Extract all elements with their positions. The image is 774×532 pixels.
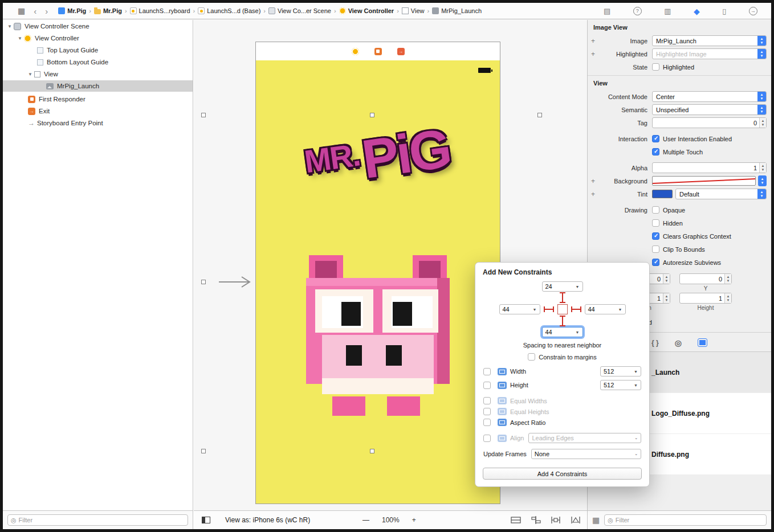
outline-item-storyboard-entry-point[interactable]: → Storyboard Entry Point xyxy=(3,117,193,129)
highlighted-combo-box[interactable]: Highlighted Image ▲▼ xyxy=(652,48,767,59)
outline-item-view[interactable]: ▼ View xyxy=(3,68,193,80)
breadcrumb-item-project[interactable]: Mr.Pig xyxy=(58,7,86,14)
dropdown-arrows-icon[interactable]: ▲▼ xyxy=(757,36,766,46)
semantic-popup[interactable]: Unspecified ▲▼ xyxy=(652,104,767,115)
resize-handle[interactable] xyxy=(370,449,374,453)
outline-item-first-responder[interactable]: First Responder xyxy=(3,93,193,105)
clears-graphics-context-checkbox[interactable] xyxy=(652,232,659,240)
resize-handle[interactable] xyxy=(201,113,206,117)
outline-filter-input[interactable] xyxy=(19,517,185,523)
stepper-arrows-icon[interactable]: ▲▼ xyxy=(724,293,731,303)
add-attribute-icon[interactable]: + xyxy=(591,191,597,198)
top-constraint-beam-icon[interactable] xyxy=(562,292,563,303)
outline-item-exit[interactable]: → Exit xyxy=(3,105,193,117)
trailing-constraint-beam-icon[interactable] xyxy=(571,309,581,310)
add-constraints-button[interactable]: Add 4 Constraints xyxy=(483,468,642,480)
stepper-arrows-icon[interactable]: ▲▼ xyxy=(759,163,766,173)
dropdown-arrows-icon[interactable]: ▲▼ xyxy=(758,175,767,186)
zoom-out-button[interactable]: — xyxy=(362,516,369,524)
disclosure-triangle-icon[interactable]: ▼ xyxy=(28,72,34,77)
top-spacing-combo[interactable]: 24 ▼ xyxy=(542,281,583,292)
breadcrumb-item-storyboard-base[interactable]: LaunchS...d (Base) xyxy=(198,7,260,14)
back-button[interactable]: ‹ xyxy=(34,7,36,15)
media-library-tab-icon[interactable] xyxy=(698,338,707,347)
breadcrumb-item-scene[interactable]: View Co...er Scene xyxy=(268,7,331,14)
tint-color-swatch[interactable] xyxy=(652,190,673,198)
image-combo-box[interactable]: MrPig_Launch ▲▼ xyxy=(652,35,767,46)
width-value-combo[interactable]: 512 ▼ xyxy=(600,366,641,377)
leading-constraint-beam-icon[interactable] xyxy=(544,309,554,310)
pin-constraints-button[interactable] xyxy=(550,515,561,525)
editor-panel-icon[interactable] xyxy=(202,517,210,523)
library-filter-field[interactable]: ◎ xyxy=(604,514,767,526)
code-snippet-library-tab-icon[interactable]: { } xyxy=(651,339,659,346)
file-inspector-tab-icon[interactable]: ▤ xyxy=(604,7,610,15)
exit-icon[interactable]: → xyxy=(397,48,405,55)
related-items-icon[interactable]: ▦ xyxy=(18,7,25,15)
breadcrumb-item-group[interactable]: Mr.Pig xyxy=(94,7,122,14)
trailing-spacing-combo[interactable]: 44 ▼ xyxy=(585,304,626,314)
opaque-checkbox[interactable] xyxy=(652,206,659,214)
embed-in-stack-button[interactable] xyxy=(510,515,522,525)
add-attribute-icon[interactable]: + xyxy=(591,38,597,44)
breadcrumb-item-view[interactable]: View xyxy=(402,7,425,14)
library-filter-input[interactable] xyxy=(616,517,763,523)
background-color-well[interactable] xyxy=(652,176,756,186)
add-attribute-icon[interactable]: + xyxy=(591,178,597,185)
content-mode-popup[interactable]: Center ▲▼ xyxy=(652,91,767,102)
dropdown-arrows-icon[interactable]: ▲▼ xyxy=(757,49,766,59)
resize-handle[interactable] xyxy=(201,280,206,284)
aspect-ratio-checkbox[interactable] xyxy=(483,419,491,426)
tint-popup[interactable]: Default ▲▼ xyxy=(675,189,767,199)
height-constraint-checkbox[interactable] xyxy=(483,382,491,389)
multiple-touch-checkbox[interactable] xyxy=(652,148,659,155)
forward-button[interactable]: › xyxy=(45,7,48,15)
launch-image-view[interactable]: MR. PiG xyxy=(256,60,500,504)
zoom-in-button[interactable]: + xyxy=(412,516,416,524)
size-inspector-tab-icon[interactable]: ▯ xyxy=(722,7,726,15)
grid-view-icon[interactable]: ▦ xyxy=(592,516,600,524)
leading-spacing-combo[interactable]: 44 ▼ xyxy=(499,304,540,314)
update-frames-popup[interactable]: None ⌄ xyxy=(531,449,641,459)
resize-handle[interactable] xyxy=(201,449,206,453)
dropdown-arrows-icon[interactable]: ▲▼ xyxy=(757,92,766,101)
connections-inspector-tab-icon[interactable]: → xyxy=(749,7,757,15)
add-attribute-icon[interactable]: + xyxy=(591,51,597,58)
y-field[interactable]: 0 ▲▼ xyxy=(679,273,732,284)
alpha-field[interactable]: 1 ▲▼ xyxy=(652,162,767,173)
breadcrumb-item-image-view[interactable]: MrPig_Launch xyxy=(432,7,482,14)
object-library-tab-icon[interactable]: ◎ xyxy=(675,339,682,347)
view-as-device-button[interactable]: View as: iPhone 6s (wC hR) xyxy=(225,516,310,524)
first-responder-icon[interactable] xyxy=(374,48,382,55)
height-field[interactable]: 1 ▲▼ xyxy=(679,293,732,304)
autoresize-subviews-checkbox[interactable] xyxy=(652,259,659,266)
disclosure-triangle-icon[interactable]: ▼ xyxy=(7,24,14,29)
outline-item-view-controller[interactable]: ▼ View Controller xyxy=(3,32,193,44)
view-controller-design-area[interactable]: → MR. PiG xyxy=(255,42,500,504)
resize-handle[interactable] xyxy=(537,113,542,117)
outline-filter-field[interactable]: ◎ xyxy=(7,514,188,526)
identity-inspector-tab-icon[interactable]: ▥ xyxy=(664,7,671,15)
height-value-combo[interactable]: 512 ▼ xyxy=(600,380,641,390)
attributes-inspector-tab-icon[interactable]: ◆ xyxy=(694,7,700,15)
user-interaction-enabled-checkbox[interactable] xyxy=(652,135,659,142)
quick-help-tab-icon[interactable]: ? xyxy=(633,7,642,15)
stepper-arrows-icon[interactable]: ▲▼ xyxy=(663,293,670,303)
breadcrumb-item-storyboard[interactable]: LaunchS...ryboard xyxy=(130,7,190,14)
stepper-arrows-icon[interactable]: ▲▼ xyxy=(724,274,731,284)
resize-handle[interactable] xyxy=(370,113,374,117)
stepper-arrows-icon[interactable]: ▲▼ xyxy=(759,118,766,128)
dropdown-arrows-icon[interactable]: ▲▼ xyxy=(757,189,766,199)
resolve-issues-button[interactable] xyxy=(570,515,581,525)
disclosure-triangle-icon[interactable]: ▼ xyxy=(18,36,24,41)
outline-item-top-layout-guide[interactable]: Top Layout Guide xyxy=(3,44,193,56)
stepper-arrows-icon[interactable]: ▲▼ xyxy=(663,274,670,284)
storyboard-entry-arrow[interactable] xyxy=(219,275,255,289)
breadcrumb-item-view-controller[interactable]: View Controller xyxy=(339,7,394,14)
align-button[interactable] xyxy=(530,515,541,525)
outline-item-bottom-layout-guide[interactable]: Bottom Layout Guide xyxy=(3,56,193,68)
outline-item-mrpig-launch[interactable]: MrPig_Launch xyxy=(3,80,193,92)
view-controller-icon[interactable] xyxy=(352,48,359,55)
constrain-to-margins-checkbox[interactable] xyxy=(528,353,535,361)
hidden-checkbox[interactable] xyxy=(652,219,659,227)
